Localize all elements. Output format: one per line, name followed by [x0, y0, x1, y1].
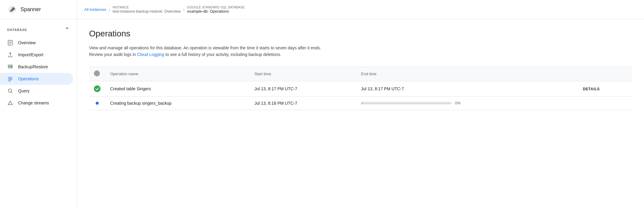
sidebar-item-import-export-label: Import/Export: [18, 52, 43, 57]
progress-bar-fill: [361, 102, 363, 104]
breadcrumb: All instances › INSTANCE test-instance-b…: [84, 6, 245, 14]
action-cell-2: [578, 96, 632, 110]
end-time-col-header: End time: [356, 66, 578, 81]
breadcrumb-chevron-2: ›: [183, 7, 184, 12]
table-row: Created table Singers Jul 13, 8:17 PM UT…: [89, 81, 632, 96]
list-icon: [7, 76, 13, 82]
status-cell-2: [89, 96, 105, 110]
db-label: GOOGLE STANDARD SQL DATABASE: [187, 6, 245, 9]
sidebar-item-change-streams[interactable]: Change streams: [0, 97, 73, 109]
sidebar-item-change-streams-label: Change streams: [18, 100, 49, 105]
app-name: Spanner: [20, 6, 41, 13]
upload-icon: [7, 52, 13, 58]
sidebar-item-backup-restore[interactable]: Backup/Restore: [0, 61, 73, 73]
top-bar: All instances › INSTANCE test-instance-b…: [77, 0, 644, 19]
loading-icon: [96, 102, 99, 105]
sidebar-item-import-export[interactable]: Import/Export: [0, 49, 73, 61]
status-header-icon: [94, 70, 100, 76]
sidebar-item-backup-restore-label: Backup/Restore: [18, 64, 48, 69]
all-instances-link[interactable]: All instances: [84, 7, 106, 12]
action-cell-1: DETAILS: [578, 81, 632, 96]
op-name-col-header: Operation name: [105, 66, 249, 81]
progress-bar-bg: [361, 102, 451, 104]
table-row: Creating backup singers_backup Jul 13, 8…: [89, 96, 632, 110]
end-time-cell-1: Jul 13, 8:17 PM UTC-7: [356, 81, 578, 96]
collapse-icon[interactable]: ⌃: [65, 26, 70, 33]
spanner-icon: [7, 5, 17, 14]
progress-pct: 0%: [455, 101, 461, 105]
start-time-cell-2: Jul 13, 8:18 PM UTC-7: [249, 96, 356, 110]
cloud-logging-link[interactable]: Cloud Logging: [137, 52, 164, 57]
table-header-row: Operation name Start time End time: [89, 66, 632, 81]
svg-point-7: [11, 65, 12, 66]
db-value: example-db: Operations: [187, 9, 245, 14]
desc-text-2: Review your audit logs in: [89, 52, 137, 57]
desc-text-3: to see a full history of your activity, …: [164, 52, 281, 57]
progress-container: 0%: [361, 101, 573, 105]
sidebar-item-operations[interactable]: Operations: [0, 73, 73, 85]
svg-line-14: [11, 92, 13, 93]
content-area: Operations View and manage all operation…: [77, 19, 644, 207]
svg-point-0: [10, 10, 11, 12]
svg-point-13: [8, 89, 12, 92]
instance-label: INSTANCE: [113, 6, 181, 9]
storage-icon: [7, 64, 13, 70]
triangle-icon: [7, 100, 13, 106]
start-time-col-header: Start time: [249, 66, 356, 81]
op-name-cell-2: Creating backup singers_backup: [105, 96, 249, 110]
action-col-header: [578, 66, 632, 81]
svg-point-8: [11, 67, 12, 68]
page-title: Operations: [89, 29, 632, 39]
end-time-cell-2: 0%: [356, 96, 578, 110]
desc-text-1: View and manage all operations for this …: [89, 45, 321, 50]
operations-table: Operation name Start time End time: [89, 66, 632, 110]
sidebar-item-query-label: Query: [18, 88, 29, 93]
sidebar-item-overview[interactable]: Overview: [0, 37, 73, 49]
success-icon: [94, 85, 101, 92]
db-crumb: GOOGLE STANDARD SQL DATABASE example-db:…: [187, 6, 245, 14]
sidebar-section-header: DATABASE ⌃: [0, 24, 77, 36]
logo-area: Spanner: [0, 0, 77, 19]
document-icon: [7, 40, 13, 46]
status-col-header: [89, 66, 105, 81]
breadcrumb-chevron-1: ›: [109, 7, 110, 12]
sidebar-item-query[interactable]: Query: [0, 85, 73, 97]
details-link[interactable]: DETAILS: [583, 87, 600, 91]
op-name-cell-1: Created table Singers: [105, 81, 249, 96]
instance-crumb: INSTANCE test-instance-backup-restore: O…: [113, 6, 181, 14]
search-icon: [7, 88, 13, 94]
start-time-cell-1: Jul 13, 8:17 PM UTC-7: [249, 81, 356, 96]
page-description: View and manage all operations for this …: [89, 45, 360, 58]
status-cell-1: [89, 81, 105, 96]
instance-value: test-instance-backup-restore: Overview: [113, 9, 181, 14]
sidebar-item-operations-label: Operations: [18, 76, 39, 81]
sidebar-item-overview-label: Overview: [18, 40, 36, 45]
